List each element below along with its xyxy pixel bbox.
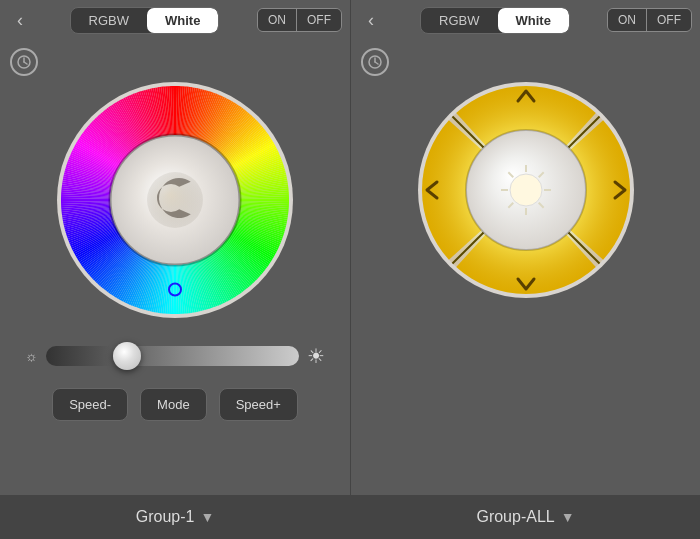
right-group-button[interactable]: Group-ALL ▼ (351, 495, 700, 539)
bottom-controls: Speed- Mode Speed+ (52, 388, 298, 421)
right-panel: ‹ RGBW White ON OFF (350, 0, 700, 539)
left-tab-white[interactable]: White (147, 8, 218, 33)
right-group-arrow: ▼ (561, 509, 575, 525)
color-wheel-container[interactable] (55, 80, 295, 320)
speed-minus-button[interactable]: Speed- (52, 388, 128, 421)
mode-button[interactable]: Mode (140, 388, 207, 421)
white-wheel-canvas[interactable] (416, 80, 636, 300)
brightness-slider-row: ☼ ☀ (25, 344, 325, 368)
right-on-off-group: ON OFF (607, 8, 692, 32)
svg-line-5 (375, 62, 378, 64)
left-on-button[interactable]: ON (258, 9, 297, 31)
nav-down-arrow[interactable] (515, 276, 537, 292)
left-back-button[interactable]: ‹ (8, 8, 32, 32)
left-off-button[interactable]: OFF (297, 9, 341, 31)
right-tab-rgbw[interactable]: RGBW (421, 8, 497, 33)
left-tab-rgbw[interactable]: RGBW (71, 8, 147, 33)
brightness-slider[interactable] (46, 346, 299, 366)
nav-up-arrow[interactable] (515, 88, 537, 104)
brightness-max-icon: ☀ (307, 344, 325, 368)
left-panel: ‹ RGBW White ON OFF ☼ ☀ Speed- Mode Spee… (0, 0, 350, 539)
white-wheel-container[interactable] (416, 80, 636, 300)
right-on-button[interactable]: ON (608, 9, 647, 31)
color-wheel-canvas[interactable] (55, 80, 295, 320)
brightness-min-icon: ☼ (25, 348, 38, 364)
left-top-bar: ‹ RGBW White ON OFF (0, 0, 350, 40)
right-top-bar: ‹ RGBW White ON OFF (351, 0, 700, 40)
left-on-off-group: ON OFF (257, 8, 342, 32)
right-tab-white[interactable]: White (498, 8, 569, 33)
right-off-button[interactable]: OFF (647, 9, 691, 31)
right-group-label: Group-ALL (476, 508, 554, 526)
left-tab-group: RGBW White (70, 7, 220, 34)
nav-left-arrow[interactable] (424, 179, 440, 201)
left-group-button[interactable]: Group-1 ▼ (0, 495, 350, 539)
left-group-label: Group-1 (136, 508, 195, 526)
svg-line-2 (24, 62, 27, 64)
right-back-button[interactable]: ‹ (359, 8, 383, 32)
right-tab-group: RGBW White (420, 7, 570, 34)
nav-right-arrow[interactable] (612, 179, 628, 201)
speed-plus-button[interactable]: Speed+ (219, 388, 298, 421)
left-clock-icon[interactable] (10, 48, 38, 76)
right-clock-icon[interactable] (361, 48, 389, 76)
left-group-arrow: ▼ (200, 509, 214, 525)
